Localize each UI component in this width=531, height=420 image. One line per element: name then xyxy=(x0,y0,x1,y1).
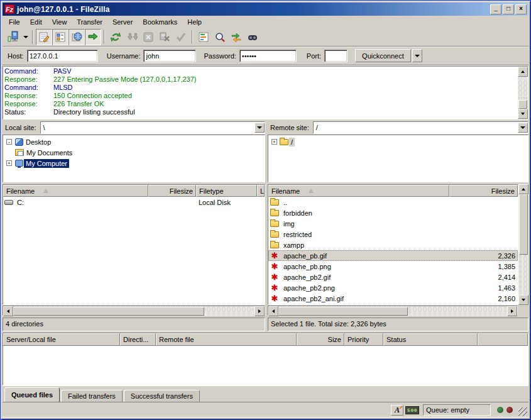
menu-transfer[interactable]: Transfer xyxy=(72,17,107,27)
synchronized-browsing-icon[interactable] xyxy=(228,29,244,45)
directory-comparison-icon[interactable] xyxy=(212,29,228,45)
expand-icon[interactable]: + xyxy=(271,139,277,145)
resize-grip[interactable] xyxy=(518,407,527,416)
cancel-operation-icon[interactable] xyxy=(140,29,156,45)
tab-failed-transfers[interactable]: Failed transfers xyxy=(61,390,123,402)
log-scrollbar[interactable] xyxy=(518,67,528,119)
username-input[interactable] xyxy=(143,50,196,62)
tab-successful-transfers[interactable]: Successful transfers xyxy=(124,390,200,402)
transfer-queue: Server/Local file Directi... Remote file… xyxy=(3,333,528,385)
tree-item-root[interactable]: + / xyxy=(270,136,528,147)
tree-item-my-documents[interactable]: My Documents xyxy=(4,147,265,158)
password-input[interactable] xyxy=(239,50,297,62)
quickconnect-dropdown-icon[interactable] xyxy=(412,49,422,62)
minimize-button[interactable]: _ xyxy=(490,4,501,14)
scroll-left-icon[interactable] xyxy=(3,306,13,316)
menu-server[interactable]: Server xyxy=(107,17,138,27)
local-site-combo[interactable]: \ xyxy=(40,121,265,134)
host-input[interactable] xyxy=(27,50,98,62)
column-filename[interactable]: Filename xyxy=(3,185,148,197)
menu-file[interactable]: File xyxy=(4,17,25,27)
file-row[interactable]: ✱apache_pb2.png1,463 xyxy=(268,282,518,293)
toolbar-separator xyxy=(104,30,105,44)
column-filetype[interactable]: Filetype xyxy=(196,185,257,197)
scroll-up-icon[interactable] xyxy=(518,67,528,77)
file-row[interactable]: restricted xyxy=(268,229,518,240)
toggle-remote-treeview-icon[interactable] xyxy=(68,29,85,45)
scroll-down-icon[interactable] xyxy=(518,295,528,305)
folder-icon xyxy=(270,242,279,248)
toggle-transfer-queue-icon[interactable] xyxy=(85,29,101,45)
column-status[interactable]: Status xyxy=(383,333,478,346)
file-row-selected[interactable]: ✱apache_pb.gif2,326 xyxy=(268,250,518,261)
disconnect-icon[interactable] xyxy=(156,29,173,45)
process-queue-icon[interactable] xyxy=(124,29,140,45)
scroll-left-icon[interactable] xyxy=(268,306,278,316)
scroll-up-icon[interactable] xyxy=(518,184,528,194)
column-size[interactable]: Size xyxy=(297,333,344,346)
maximize-button[interactable]: □ xyxy=(503,4,514,14)
local-hscrollbar[interactable] xyxy=(3,306,265,316)
file-row[interactable]: ✱apache_pb2.gif2,414 xyxy=(268,272,518,282)
scroll-right-icon[interactable] xyxy=(255,306,265,316)
speed-limit-badge[interactable]: 500 xyxy=(405,406,419,414)
tab-queued-files[interactable]: Queued files xyxy=(4,387,60,402)
folder-icon xyxy=(270,210,279,216)
column-direction[interactable]: Directi... xyxy=(120,333,156,346)
file-row[interactable]: img xyxy=(268,218,518,229)
remote-hscrollbar[interactable] xyxy=(268,306,518,316)
expand-icon[interactable]: + xyxy=(6,160,12,166)
combo-dropdown-icon[interactable] xyxy=(518,123,528,133)
file-row[interactable]: ✱apache_pb.png1,385 xyxy=(268,261,518,272)
folder-icon xyxy=(270,199,279,206)
column-priority[interactable]: Priority xyxy=(344,333,383,346)
remote-site-combo[interactable]: / xyxy=(313,121,528,134)
site-manager-dropdown-icon[interactable] xyxy=(21,30,30,44)
file-row[interactable]: ✱apache_pb2_ani.gif2,160 xyxy=(268,293,518,304)
file-row[interactable]: xampp xyxy=(268,240,518,250)
tree-item-desktop[interactable]: - Desktop xyxy=(4,136,265,147)
remote-vscrollbar[interactable] xyxy=(518,184,528,305)
column-filename[interactable]: Filename xyxy=(268,185,449,197)
file-row[interactable]: forbidden xyxy=(268,207,518,218)
toggle-message-log-icon[interactable] xyxy=(36,29,52,45)
file-row[interactable]: .. xyxy=(268,197,518,207)
column-lastmodified[interactable]: L xyxy=(257,185,265,197)
image-file-icon: ✱ xyxy=(271,294,278,302)
queue-body[interactable] xyxy=(3,346,528,385)
menu-bookmarks[interactable]: Bookmarks xyxy=(138,17,182,27)
combo-dropdown-icon[interactable] xyxy=(255,123,265,133)
scroll-thumb[interactable] xyxy=(13,307,204,316)
scroll-right-icon[interactable] xyxy=(507,306,517,316)
menu-edit[interactable]: Edit xyxy=(25,17,47,27)
transfer-type-ascii-icon[interactable]: A xyxy=(391,405,403,416)
file-row[interactable]: C: Local Disk xyxy=(3,197,265,207)
scroll-down-icon[interactable] xyxy=(518,109,528,119)
local-list-body: C: Local Disk xyxy=(3,197,265,304)
scroll-thumb[interactable] xyxy=(278,307,408,316)
scroll-thumb[interactable] xyxy=(518,100,527,109)
menu-help[interactable]: Help xyxy=(182,17,207,27)
my-documents-icon xyxy=(15,149,24,156)
message-log: Command:PASV Response:227 Entering Passi… xyxy=(3,66,528,119)
collapse-icon[interactable]: - xyxy=(6,139,12,145)
column-server-local-file[interactable]: Server/Local file xyxy=(3,333,120,346)
site-manager-icon[interactable] xyxy=(5,29,21,45)
find-files-icon[interactable] xyxy=(244,29,261,45)
menu-view[interactable]: View xyxy=(47,17,72,27)
column-filesize[interactable]: Filesize xyxy=(449,185,518,197)
reconnect-icon[interactable] xyxy=(173,29,189,45)
scroll-thumb[interactable] xyxy=(519,194,528,255)
tree-item-my-computer[interactable]: + My Computer xyxy=(4,158,265,169)
close-button[interactable]: × xyxy=(515,4,527,14)
quickconnect-button[interactable]: Quickconnect xyxy=(355,49,411,62)
toggle-local-treeview-icon[interactable] xyxy=(52,29,68,45)
refresh-icon[interactable] xyxy=(107,29,124,45)
local-site-label: Local site: xyxy=(3,124,40,131)
port-input[interactable] xyxy=(324,50,348,62)
queue-size-indicator: Queue: empty xyxy=(423,404,491,416)
title-bar[interactable]: Fz john@127.0.0.1 - FileZilla _ □ × xyxy=(3,3,528,16)
directory-filters-icon[interactable] xyxy=(195,29,212,45)
column-filesize[interactable]: Filesize xyxy=(148,185,196,197)
column-remote-file[interactable]: Remote file xyxy=(156,333,297,346)
